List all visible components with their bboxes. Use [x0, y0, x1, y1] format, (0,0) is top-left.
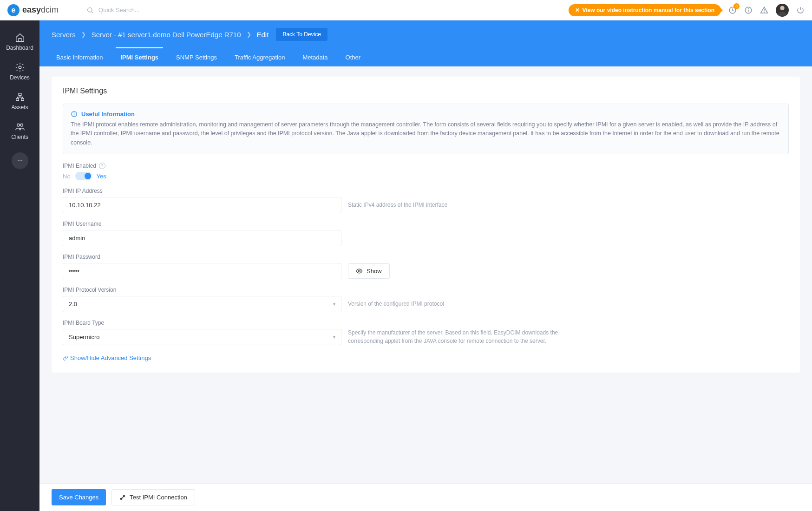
- gear-icon: [15, 62, 25, 72]
- ipmi-username-label: IPMI Username: [63, 221, 101, 227]
- crumb-servers[interactable]: Servers: [52, 31, 76, 39]
- sidebar-item-label: Dashboard: [6, 45, 33, 51]
- ipmi-username-input[interactable]: [63, 230, 341, 246]
- brand-bold: easy: [22, 5, 41, 14]
- warning-icon[interactable]: [760, 6, 768, 14]
- svg-point-8: [19, 66, 21, 69]
- page-title: IPMI Settings: [63, 87, 789, 95]
- search-wrap[interactable]: [86, 7, 219, 14]
- show-button-label: Show: [367, 268, 382, 275]
- plug-icon: [119, 494, 126, 501]
- ipmi-board-hint: Specify the manufacturer of the server. …: [348, 329, 562, 345]
- svg-point-20: [359, 270, 360, 272]
- ipmi-ip-label: IPMI IP Address: [63, 188, 103, 194]
- ipmi-settings-card: IPMI Settings Useful Information The IPM…: [52, 77, 800, 373]
- tabs: Basic Information IPMI Settings SNMP Set…: [39, 47, 812, 66]
- clients-icon: [15, 122, 25, 132]
- crumb-server[interactable]: Server - #1 server1.demo Dell PowerEdge …: [92, 31, 241, 39]
- crumb-edit: Edit: [257, 31, 269, 39]
- svg-point-14: [18, 160, 19, 161]
- svg-rect-10: [16, 98, 19, 101]
- toggle-no-label: No: [63, 173, 71, 180]
- info-icon: [71, 111, 78, 118]
- assets-icon: [15, 92, 25, 102]
- power-icon[interactable]: [796, 6, 805, 14]
- test-ipmi-label: Test IPMI Connection: [130, 494, 187, 501]
- eye-icon: [356, 268, 363, 275]
- ipmi-password-input[interactable]: [63, 263, 341, 279]
- svg-point-7: [764, 12, 765, 12]
- svg-point-15: [20, 160, 20, 161]
- notif-badge: 3: [733, 3, 740, 9]
- show-password-button[interactable]: Show: [348, 263, 390, 279]
- ipmi-board-label: IPMI Board Type: [63, 320, 104, 326]
- chevron-right-icon: ❯: [247, 31, 251, 38]
- svg-point-19: [74, 113, 74, 113]
- home-icon: [15, 33, 25, 43]
- advanced-settings-link[interactable]: Show/Hide Advanced Settings: [63, 354, 151, 361]
- svg-point-5: [748, 8, 749, 9]
- ipmi-protocol-label: IPMI Protocol Version: [63, 287, 116, 293]
- save-changes-button[interactable]: Save Changes: [52, 489, 106, 505]
- svg-point-0: [88, 7, 92, 12]
- ipmi-protocol-hint: Version of the configured IPMI protocol: [348, 300, 444, 308]
- tab-metadata[interactable]: Metadata: [298, 47, 332, 66]
- topbar: e easydcim ✕ View our video instruction …: [0, 0, 812, 20]
- avatar[interactable]: [776, 4, 789, 17]
- tab-other[interactable]: Other: [341, 47, 366, 66]
- sidebar-item-dashboard[interactable]: Dashboard: [0, 28, 39, 56]
- chevron-right-icon: ❯: [81, 31, 86, 38]
- tab-basic-information[interactable]: Basic Information: [52, 47, 107, 66]
- svg-line-1: [92, 12, 93, 13]
- brand-light: dcim: [41, 5, 59, 14]
- tab-traffic-aggregation[interactable]: Traffic Aggregation: [230, 47, 289, 66]
- history-icon[interactable]: 3: [728, 6, 737, 14]
- chevron-down-icon: ▾: [333, 301, 335, 307]
- test-ipmi-button[interactable]: Test IPMI Connection: [111, 489, 195, 505]
- sidebar-item-devices[interactable]: Devices: [0, 58, 39, 85]
- sidebar-item-label: Devices: [10, 74, 30, 81]
- info-body: The IPMI protocol enables remote adminis…: [71, 120, 781, 147]
- info-title: Useful Information: [81, 111, 135, 118]
- info-box: Useful Information The IPMI protocol ena…: [63, 104, 789, 154]
- ipmi-board-value: Supermicro: [69, 334, 99, 341]
- sidebar-more[interactable]: [12, 152, 28, 169]
- svg-rect-11: [21, 98, 24, 101]
- ipmi-ip-input[interactable]: [63, 197, 341, 213]
- ipmi-protocol-value: 2.0: [69, 301, 77, 308]
- link-icon: [63, 355, 68, 361]
- more-icon: [16, 157, 24, 164]
- sidebar-item-label: Clients: [11, 134, 28, 140]
- svg-rect-9: [19, 93, 21, 96]
- ipmi-ip-hint: Static IPv4 address of the IPMI interfac…: [348, 201, 447, 209]
- sidebar-item-assets[interactable]: Assets: [0, 87, 39, 115]
- svg-point-12: [17, 124, 20, 127]
- search-icon: [86, 7, 94, 14]
- ipmi-protocol-select[interactable]: 2.0 ▾: [63, 296, 341, 312]
- sidebar: Dashboard Devices Assets Clients: [0, 20, 39, 511]
- breadcrumb: Servers ❯ Server - #1 server1.demo Dell …: [39, 20, 812, 47]
- tab-snmp-settings[interactable]: SNMP Settings: [171, 47, 222, 66]
- toggle-yes-label: Yes: [97, 173, 106, 180]
- help-icon[interactable]: ?: [99, 163, 105, 169]
- svg-point-16: [21, 160, 22, 161]
- close-icon[interactable]: ✕: [575, 7, 580, 13]
- advanced-settings-label: Show/Hide Advanced Settings: [70, 354, 151, 361]
- sidebar-item-clients[interactable]: Clients: [0, 117, 39, 145]
- sidebar-item-label: Assets: [11, 104, 28, 111]
- ipmi-enabled-toggle[interactable]: [75, 172, 92, 180]
- ipmi-enabled-label: IPMI Enabled: [63, 163, 96, 169]
- ipmi-password-label: IPMI Password: [63, 254, 100, 260]
- footer-bar: Save Changes Test IPMI Connection: [39, 483, 812, 511]
- back-to-device-button[interactable]: Back To Device: [276, 28, 327, 41]
- video-banner[interactable]: ✕ View our video instruction manual for …: [569, 4, 721, 16]
- logo[interactable]: e easydcim: [7, 4, 59, 16]
- svg-point-13: [20, 124, 22, 127]
- info-icon[interactable]: [744, 6, 753, 14]
- chevron-down-icon: ▾: [333, 334, 335, 340]
- video-banner-text: View our video instruction manual for th…: [583, 7, 715, 13]
- tab-ipmi-settings[interactable]: IPMI Settings: [116, 47, 163, 66]
- ipmi-board-select[interactable]: Supermicro ▾: [63, 329, 341, 345]
- logo-icon: e: [7, 4, 20, 16]
- search-input[interactable]: [98, 7, 219, 13]
